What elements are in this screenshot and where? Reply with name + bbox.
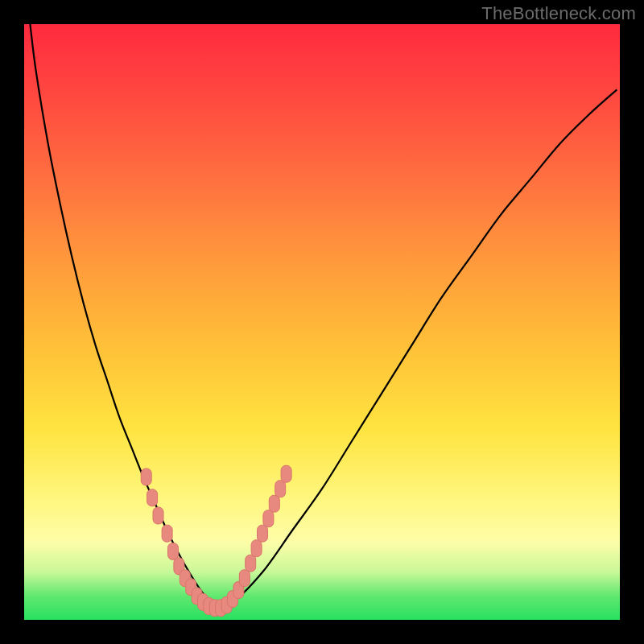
curve-marker [198,593,208,610]
chart-plot-area [24,24,620,620]
curve-marker [216,600,226,617]
curve-marker [251,540,262,557]
curve-marker [192,588,202,605]
curve-marker [269,495,279,512]
curve-marker [153,507,163,524]
curve-line [30,24,617,606]
curve-marker [239,570,250,587]
curve-markers [141,465,291,617]
curve-marker [228,591,238,608]
curve-marker [186,579,196,596]
watermark-text: TheBottleneck.com [481,3,636,24]
curve-marker [180,570,190,587]
curve-marker [275,481,286,497]
curve-marker [221,597,232,613]
curve-marker [258,525,268,542]
curve-marker [174,558,184,575]
curve-marker [162,525,172,542]
curve-marker [168,543,179,559]
bottleneck-curve [24,24,620,620]
curve-marker [233,582,244,599]
curve-marker [141,469,151,485]
curve-marker [246,555,256,572]
curve-marker [204,597,214,614]
curve-marker [209,600,220,617]
curve-marker [263,510,274,527]
curve-marker [147,489,158,506]
curve-marker [281,465,291,482]
